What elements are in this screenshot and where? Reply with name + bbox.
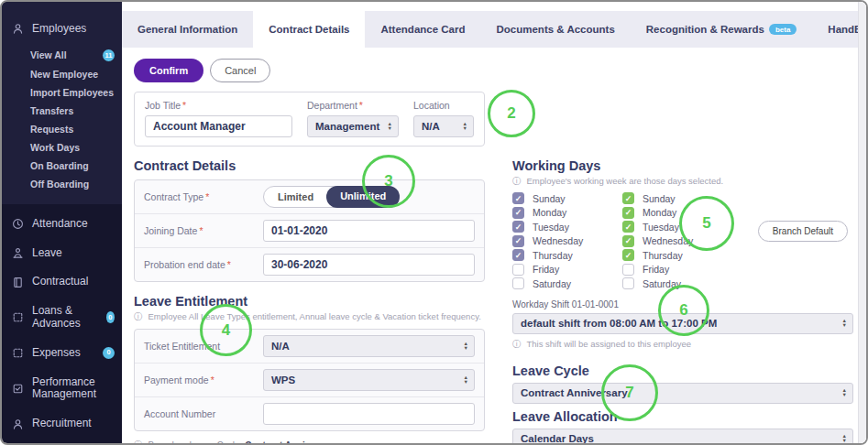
payment-mode-select[interactable]: WPS [263,369,475,391]
info-text: Employee All Leave Types entitlement, An… [148,311,481,321]
select-spinner-icon [464,375,468,385]
account-number-label: Account Number [144,408,263,419]
department-select[interactable]: Management [307,115,399,137]
sidebar-item-expenses[interactable]: Expenses 0 [2,339,122,368]
day-label: Sunday [643,193,853,204]
workday-checkbox-saturday[interactable] [512,277,524,289]
shiftday-checkbox-tuesday[interactable] [622,221,634,233]
info-text: Employee's working week are those days s… [527,176,724,186]
tab-bar: General Information Contract Details Att… [122,11,866,48]
leave-entitlement-panel: Ticket Entitlement N/A Payment mode* WPS… [134,329,485,431]
workday-shift-select[interactable]: default shift from 08:00 AM to 17:00 PM [512,313,853,334]
sidebar-item-recruitment[interactable]: Recruitment [2,409,122,439]
toggle-option-unlimited[interactable]: Unlimited [326,186,400,208]
sidebar-item-attendance[interactable]: Attendance [2,210,122,239]
dashed-box-icon [12,347,25,359]
subitem-label: New Employee [30,69,98,80]
scrollbar-gutter[interactable] [858,2,866,443]
sidebar-subitem-work-days[interactable]: Work Days [30,138,115,157]
account-number-input[interactable] [263,403,475,425]
joining-date-input[interactable] [263,220,475,242]
sidebar-item-leave[interactable]: Leave [2,239,122,268]
sidebar-item-label: Employees [32,23,86,36]
count-badge: 0 [103,347,115,359]
subitem-label: Work Days [30,142,80,153]
shiftday-checkbox-friday[interactable] [622,264,634,276]
leave-cycle-value: Contract Anniversary [245,440,337,443]
workday-checkbox-wednesday[interactable] [512,235,524,247]
sidebar-item-employees[interactable]: Employees [2,15,122,44]
shiftday-checkbox-sunday[interactable] [622,192,634,204]
sidebar-item-label: Performance Management [32,376,111,402]
workday-checkbox-monday[interactable] [512,207,524,219]
required-asterisk: * [227,259,231,270]
probation-end-date-input[interactable] [263,254,475,276]
count-badge: 11 [103,49,115,61]
tab-contract-details[interactable]: Contract Details [253,5,365,48]
employees-icon [12,23,25,35]
workday-checkbox-thursday[interactable] [512,249,524,261]
sidebar: Employees View All 11 New Employee Impor… [2,2,122,443]
checked-box-icon [12,383,25,395]
leave-cycle-select[interactable]: Contract Anniversary [512,383,853,404]
sidebar-subitem-new-employee[interactable]: New Employee [30,65,115,83]
confirm-button[interactable]: Confirm [134,59,203,82]
leave-entitlement-info: Employee All Leave Types entitlement, An… [134,311,485,323]
sidebar-item-performance-management[interactable]: Performance Management [2,368,122,410]
sidebar-subitem-transfers[interactable]: Transfers [30,102,115,120]
sidebar-subitem-requests[interactable]: Requests [30,120,115,138]
toggle-option-limited[interactable]: Limited [264,187,327,207]
select-value: Contract Anniversary [521,387,628,398]
leave-allocation-select[interactable]: Calendar Days [512,429,853,444]
day-label: Wednesday [533,235,622,246]
job-title-input[interactable] [145,115,292,137]
contract-details-content: Confirm Cancel Job Title* Department* Ma… [122,48,866,443]
select-spinner-icon [842,388,847,397]
count-badge: 0 [106,311,115,323]
sidebar-item-letters[interactable]: Letters [2,439,122,443]
shiftday-checkbox-thursday[interactable] [622,249,634,261]
clock-icon [12,218,25,230]
workday-checkbox-sunday[interactable] [512,192,524,204]
tab-attendance-card[interactable]: Attendance Card [365,11,480,48]
select-value: WPS [271,374,295,385]
job-info-panel: Job Title* Department* Management Locati… [134,92,485,147]
subitem-label: Import Employees [30,87,114,98]
shiftday-checkbox-wednesday[interactable] [622,235,634,247]
sidebar-item-label: Contractual [32,276,88,288]
tab-label: Recognition & Rewards [646,24,764,35]
app-window: Employees View All 11 New Employee Impor… [0,0,868,445]
branch-default-button[interactable]: Branch Default [758,221,848,242]
tab-general-information[interactable]: General Information [122,11,253,48]
location-select[interactable]: N/A [413,115,474,137]
joining-date-label: Joining Date* [144,225,263,236]
ticket-entitlement-label: Ticket Entitlement [144,341,263,352]
sidebar-subitem-on-boarding[interactable]: On Boarding [30,157,115,175]
sidebar-item-contractual[interactable]: Contractual [2,267,122,297]
day-label: Friday [533,264,622,275]
leave-entitlement-heading: Leave Entitlement [134,294,485,309]
sidebar-subitem-off-boarding[interactable]: Off Boarding [30,175,115,193]
select-spinner-icon [464,342,468,351]
select-value: N/A [422,121,440,132]
workday-checkbox-tuesday[interactable] [512,221,524,233]
workday-checkbox-friday[interactable] [512,264,524,276]
select-value: Management [315,121,379,132]
tab-documents-accounts[interactable]: Documents & Accounts [481,11,631,48]
ticket-entitlement-select[interactable]: N/A [263,335,475,357]
cancel-button[interactable]: Cancel [210,59,270,82]
contract-details-panel: Contract Type* Limited Unlimited Joining… [134,179,485,282]
tab-recognition-rewards[interactable]: Recognition & Rewards beta [631,11,813,48]
day-label: Monday [643,207,853,218]
sidebar-item-loans-advances[interactable]: Loans & Advances 0 [2,297,122,339]
subitem-label: View All [30,49,67,60]
sidebar-subitem-view-all[interactable]: View All 11 [30,46,115,65]
day-label: Thursday [533,250,622,261]
shiftday-checkbox-monday[interactable] [622,207,634,219]
info-icon [512,176,522,188]
left-column: Contract Details Contract Type* Limited … [134,147,485,443]
sidebar-item-label: Attendance [32,218,88,231]
sidebar-subitem-import-employees[interactable]: Import Employees [30,83,115,102]
shiftday-checkbox-saturday[interactable] [622,277,634,289]
contract-book-icon [12,277,25,288]
